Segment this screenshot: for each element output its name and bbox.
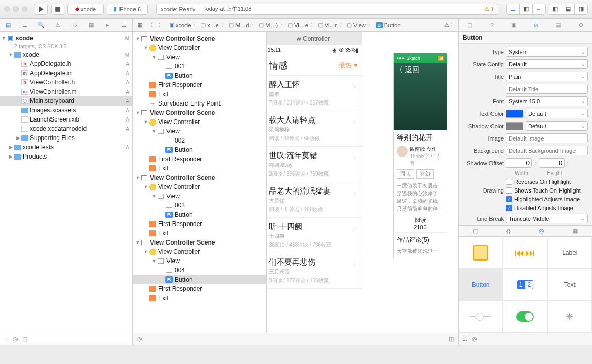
reverses-highlight-checkbox[interactable]	[506, 179, 512, 185]
file-row[interactable]: Main.storyboardA	[0, 96, 132, 106]
outline-row[interactable]: BButton	[133, 145, 266, 154]
library-view-icon[interactable]: ☷	[463, 336, 468, 342]
outline-row[interactable]: First Responder	[133, 80, 266, 90]
issue-navigator-icon[interactable]: ⚠	[54, 21, 62, 29]
attributes-inspector-icon[interactable]: ⎚	[534, 22, 538, 28]
toggle-inspector-button[interactable]: ◨	[574, 4, 588, 15]
phone-nav-right[interactable]: 最热 ▾	[339, 61, 358, 70]
identity-inspector-icon[interactable]: ▣	[511, 22, 516, 28]
version-editor-button[interactable]: ↔	[532, 4, 546, 15]
outline-row[interactable]: First Responder	[133, 219, 266, 229]
title-type-select[interactable]: Plain	[506, 72, 588, 81]
outline-row[interactable]: 001	[133, 62, 266, 71]
outline-row[interactable]: ▼View Controller	[133, 247, 266, 256]
outline-row[interactable]: BButton	[133, 210, 266, 219]
stop-button[interactable]	[51, 4, 64, 15]
outline-row[interactable]: ▼View Controller	[133, 117, 266, 127]
filter-recent-icon[interactable]: ◷	[13, 336, 18, 342]
code-snippet-icon[interactable]: {}	[506, 228, 510, 234]
lib-activity[interactable]: ✳	[548, 301, 592, 333]
lib-navcontroller[interactable]: ⏮⏭	[503, 237, 547, 269]
help-inspector-icon[interactable]: ?	[490, 22, 494, 28]
device-selector[interactable]: ▮ iPhone 6	[107, 4, 148, 15]
file-row[interactable]: ▶Supporting Files	[0, 133, 132, 143]
file-inspector-icon[interactable]: ▢	[467, 22, 472, 28]
lib-segmented[interactable]: 12	[503, 269, 547, 301]
outline-row[interactable]: BButton	[133, 275, 266, 284]
connections-inspector-icon[interactable]: ⊝	[579, 22, 583, 28]
text-color-select[interactable]: Default	[526, 109, 588, 118]
tag-1[interactable]: 同人	[397, 169, 414, 179]
outline-row[interactable]: 003	[133, 201, 266, 210]
outline-row[interactable]: ▼View	[133, 192, 266, 201]
jump-warning-icon[interactable]: ⚠	[444, 22, 449, 28]
standard-editor-button[interactable]: ☰	[506, 4, 520, 15]
scene-header[interactable]: ▼View Controller Scene	[133, 238, 266, 247]
file-row[interactable]: ▶Products	[0, 152, 132, 161]
tag-2[interactable]: 玄幻	[416, 169, 434, 179]
file-row[interactable]: ▶xcodeTestsA	[0, 143, 132, 152]
text-color-well[interactable]	[506, 110, 523, 118]
project-navigator-icon[interactable]: ▤	[4, 21, 12, 29]
outline-row[interactable]: →Storyboard Entry Point	[133, 99, 266, 108]
file-row[interactable]: mAppDelegate.mA	[0, 68, 132, 78]
title-field[interactable]	[506, 84, 588, 94]
back-button[interactable]: 〈	[145, 21, 155, 29]
find-navigator-icon[interactable]: 🔍	[37, 21, 45, 29]
outline-row[interactable]: First Responder	[133, 154, 266, 164]
media-library-icon[interactable]: ▦	[572, 228, 578, 234]
jump-segment[interactable]: B Button	[374, 22, 403, 28]
filter-icon[interactable]: ◎	[137, 336, 142, 342]
outline-row[interactable]: ▼View Controller	[133, 182, 266, 192]
lib-textfield[interactable]: Text	[548, 269, 592, 301]
file-template-icon[interactable]: ▢	[473, 228, 478, 234]
lib-label[interactable]: Label	[548, 237, 592, 269]
filter-scm-icon[interactable]: ▢	[22, 336, 27, 342]
lib-viewcontroller[interactable]	[459, 237, 503, 269]
outline-row[interactable]: BButton	[133, 71, 266, 80]
outline-row[interactable]: Exit	[133, 293, 266, 303]
jump-segment[interactable]: ▣ xcode	[167, 22, 193, 28]
outline-row[interactable]: 002	[133, 136, 266, 145]
lib-switch[interactable]	[503, 301, 547, 333]
jump-segment[interactable]: ▢ M…)	[257, 22, 280, 28]
offset-width-field[interactable]	[506, 158, 532, 168]
shows-touch-checkbox[interactable]	[506, 187, 512, 194]
close-dot[interactable]	[4, 6, 10, 12]
report-navigator-icon[interactable]: ☲	[120, 21, 128, 29]
file-row[interactable]: hAppDelegate.hA	[0, 59, 132, 68]
file-row[interactable]: hViewController.hA	[0, 78, 132, 87]
outline-toggle-icon[interactable]: ▦	[135, 22, 144, 28]
jump-segment[interactable]: ▢ View	[345, 22, 368, 28]
zoom-icon[interactable]: ◫	[449, 336, 454, 342]
jump-segment[interactable]: ▢ Vi…r	[316, 22, 339, 28]
scene-preview-b[interactable]: ••••• Sketch 📶 〈 返回 等别的花开 四南歌 创作 15555字 …	[393, 53, 447, 258]
project-tree[interactable]: ▼▣ xcode M 2 targets, iOS SDK 8.2 ▼xcode…	[0, 32, 132, 333]
minimize-dot[interactable]	[13, 6, 19, 12]
file-row[interactable]: xcode.xcdatamodeldA	[0, 124, 132, 133]
lib-slider[interactable]	[459, 301, 503, 333]
scene-header[interactable]: ▼View Controller Scene	[133, 34, 266, 43]
warnings-indicator[interactable]: ⚠ 1	[484, 6, 494, 12]
shadow-color-select[interactable]: Default	[526, 121, 588, 131]
test-navigator-icon[interactable]: ◇	[71, 21, 79, 29]
assistant-editor-button[interactable]: ◧	[519, 4, 533, 15]
outline-row[interactable]: 004	[133, 266, 266, 275]
project-root[interactable]: ▼▣ xcode M	[0, 33, 132, 43]
shadow-color-well[interactable]	[506, 122, 523, 130]
add-file-icon[interactable]: ＋	[3, 335, 9, 343]
scene-header[interactable]: ▼View Controller Scene	[133, 173, 266, 182]
debug-navigator-icon[interactable]: ▦	[87, 21, 95, 29]
toggle-debug-button[interactable]: ⬓	[562, 4, 575, 15]
jump-segment[interactable]: ▢ M…d	[227, 22, 251, 28]
background-field[interactable]	[506, 146, 588, 155]
symbol-navigator-icon[interactable]: ☰	[21, 21, 29, 29]
jump-bar[interactable]: ▦ 〈 〉 ▣ xcode〉▢ x…e〉▢ M…d〉▢ M…)〉▢ Vi…e〉▢…	[133, 19, 458, 32]
disabled-adjusts-checkbox[interactable]	[506, 205, 512, 211]
document-outline[interactable]: ▼View Controller Scene▼View Controller▼V…	[133, 32, 267, 333]
offset-height-field[interactable]	[539, 158, 565, 168]
outline-row[interactable]: Exit	[133, 90, 266, 99]
library-grid[interactable]: ⏮⏭ Label Button 12 Text ✳	[459, 237, 592, 333]
canvas[interactable]: w Controller 15:11 ◉ ⦿ 35%▮ 情感 最热 ▾ 醉入王怀…	[267, 32, 458, 333]
image-field[interactable]	[506, 133, 588, 143]
